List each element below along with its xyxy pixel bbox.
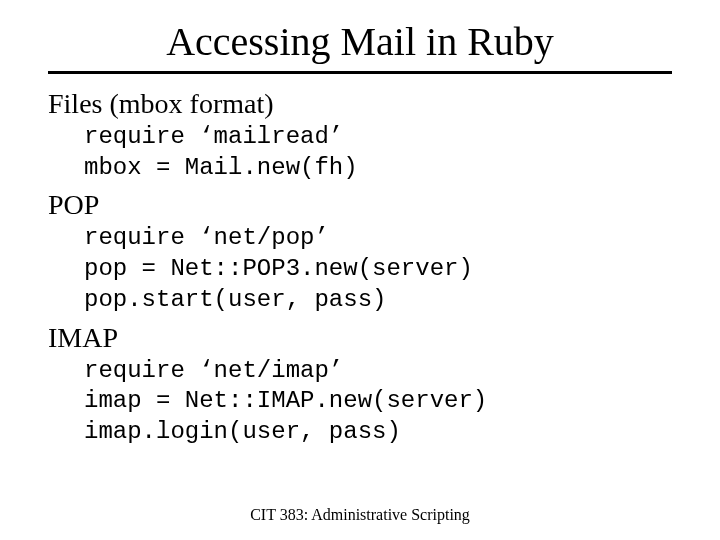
slide-body: Files (mbox format) require ‘mailread’ m… [0,88,720,448]
section-heading-files: Files (mbox format) [48,88,672,120]
section-heading-imap: IMAP [48,322,672,354]
title-rule [48,71,672,74]
slide-footer: CIT 383: Administrative Scripting [0,506,720,524]
section-heading-pop: POP [48,189,672,221]
code-block-files: require ‘mailread’ mbox = Mail.new(fh) [84,122,672,183]
slide-title: Accessing Mail in Ruby [0,0,720,71]
code-block-imap: require ‘net/imap’ imap = Net::IMAP.new(… [84,356,672,448]
slide: Accessing Mail in Ruby Files (mbox forma… [0,0,720,540]
code-block-pop: require ‘net/pop’ pop = Net::POP3.new(se… [84,223,672,315]
